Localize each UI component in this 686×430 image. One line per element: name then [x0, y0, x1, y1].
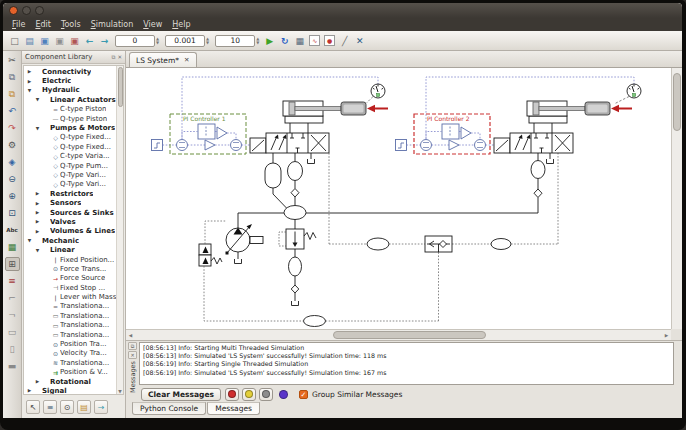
distribute-y-icon[interactable]: ▯ — [5, 342, 20, 356]
tree-signal[interactable]: ▶ Signal — [24, 386, 116, 394]
model-canvas[interactable]: PI Controller 1 PI Controller 2 ◀ ▶ — [126, 68, 682, 340]
simulate-icon[interactable]: ▶ — [262, 34, 277, 48]
menu-simulation[interactable]: Simulation — [86, 19, 139, 30]
tree-volumes-lines[interactable]: ▶ Volumes & Lines — [24, 227, 116, 236]
tree-scroll-thumb[interactable] — [118, 67, 123, 107]
component-box-icon[interactable]: ▬ — [5, 359, 20, 373]
tree-mechanic[interactable]: ▼ Mechanic — [24, 236, 116, 245]
tree-q-type-fixed-2[interactable]: ◇ Q-type Fixed... — [24, 142, 116, 151]
undo-icon[interactable]: ↶ — [5, 104, 20, 118]
mass-load-1[interactable] — [341, 102, 366, 115]
redo-icon[interactable]: ↷ — [5, 121, 20, 135]
tree-translational-1[interactable]: = Translationa... — [24, 302, 116, 311]
stop-time-field[interactable]: 10 ▲▼ — [215, 35, 259, 47]
error-filter-toggle[interactable] — [225, 388, 239, 401]
zoom-in-icon[interactable]: ⊕ — [5, 189, 20, 203]
mass-load-2[interactable] — [585, 102, 610, 115]
tree-linear-actuators[interactable]: ▼ Linear Actuators — [24, 95, 116, 104]
tree-expander-icon[interactable]: ▶ — [34, 210, 41, 215]
tree-force-trans[interactable]: ⊙ Force Trans... — [24, 264, 116, 273]
tree-expander-icon[interactable]: ▼ — [34, 126, 41, 131]
start-time-value[interactable]: 0 — [115, 35, 155, 47]
tree-expander-icon[interactable]: ▶ — [34, 219, 41, 224]
scroll-right-icon[interactable]: ▶ — [662, 330, 671, 340]
directional-valve-1[interactable] — [250, 133, 329, 153]
recent-models-icon[interactable]: ⊙ — [60, 400, 74, 414]
tree-pumps-motors[interactable]: ▼ Pumps & Motors — [24, 123, 116, 132]
open-model-icon[interactable]: ▤ — [22, 34, 37, 48]
tree-valves[interactable]: ▶ Valves — [24, 217, 116, 226]
tree-expander-icon[interactable]: ▼ — [34, 97, 41, 102]
tree-translational-3[interactable]: ▭ Translationa... — [24, 321, 116, 330]
tree-expander-icon[interactable]: ▶ — [34, 201, 41, 206]
tree-expander-icon[interactable]: ▼ — [34, 248, 41, 253]
animate-icon[interactable]: ▦ — [292, 34, 307, 48]
align-y-icon[interactable]: ¬ — [5, 308, 20, 322]
tree-q-type-pum[interactable]: ◇ Q-Type Pum... — [24, 161, 116, 170]
tree-fixed-position[interactable]: | Fixed Position... — [24, 255, 116, 264]
properties-icon[interactable]: ⚙ — [5, 138, 20, 152]
save-model-icon[interactable]: ▣ — [37, 34, 52, 48]
copy-icon[interactable]: ⧉ — [5, 70, 20, 84]
tree-restrictors[interactable]: ▶ Restrictors — [24, 189, 116, 198]
tree-expander-icon[interactable]: ▶ — [26, 79, 33, 84]
cylinder-1[interactable] — [283, 101, 341, 133]
tree-sensors[interactable]: ▶ Sensors — [24, 198, 116, 207]
shuttle-valve[interactable] — [425, 236, 452, 252]
script-wand-icon[interactable]: ╱ — [337, 34, 352, 48]
close-panel-icon[interactable]: ✕ — [128, 351, 137, 359]
stop-time-value[interactable]: 10 — [215, 35, 255, 47]
center-view-icon[interactable]: ◈ — [5, 155, 20, 169]
variable-pump[interactable] — [226, 213, 264, 264]
tree-translational-4[interactable]: ▭ Translationa... — [24, 330, 116, 339]
message-log[interactable]: [08:56:13] Info: Starting Multi Threaded… — [139, 342, 674, 385]
vertical-scroll-thumb[interactable] — [673, 73, 681, 131]
group-messages-checkbox[interactable]: ✓ — [299, 390, 308, 399]
check-valve-right-branch[interactable] — [531, 153, 545, 213]
load-sensing-wires[interactable] — [329, 153, 558, 250]
save-as-icon[interactable]: ▣ — [52, 34, 67, 48]
tree-q-type-fixed-1[interactable]: ◇ Q-type Fixed... — [24, 133, 116, 142]
step-source-2[interactable] — [396, 140, 421, 151]
menu-help[interactable]: Help — [167, 19, 195, 30]
tree-expander-icon[interactable]: ▼ — [26, 238, 33, 243]
canvas-horizontal-scrollbar[interactable]: ◀ ▶ — [126, 329, 671, 340]
tree-electric[interactable]: ▶ Electric — [24, 76, 116, 85]
resimulate-icon[interactable]: ↻ — [277, 34, 292, 48]
data-explorer-icon[interactable]: ● — [324, 35, 335, 46]
component-list-icon[interactable]: ≡ — [43, 400, 57, 414]
step-source-1[interactable] — [152, 140, 177, 151]
tree-q-type-vari-1[interactable]: ◇ Q-Type Vari... — [24, 170, 116, 179]
tab-close-icon[interactable]: ✕ — [184, 56, 189, 64]
debug-filter-toggle[interactable] — [279, 390, 288, 399]
grid-icon[interactable]: ▦ — [5, 240, 20, 254]
tree-velocity-tra[interactable]: ⊙ Velocity Tra... — [24, 349, 116, 358]
menu-tools[interactable]: Tools — [56, 19, 86, 30]
distribute-x-icon[interactable]: ▭ — [5, 325, 20, 339]
canvas-vertical-scrollbar[interactable] — [671, 68, 682, 329]
tank-valve1[interactable] — [308, 153, 315, 164]
tree-fixed-stop[interactable]: ⊣ Fixed Stop ... — [24, 283, 116, 292]
maximize-button[interactable] — [35, 6, 44, 15]
spinner-arrows-icon[interactable]: ▲▼ — [156, 37, 159, 44]
tree-rotational[interactable]: ▶ Rotational — [24, 377, 116, 386]
spinner-arrows-icon[interactable]: ▲▼ — [206, 37, 209, 44]
tree-expander-icon[interactable]: ▶ — [34, 191, 41, 196]
pointer-mode-icon[interactable]: ↖ — [26, 400, 40, 414]
plot-icon[interactable]: ∿ — [309, 35, 320, 46]
tree-translational-5[interactable]: ≋ Translationa... — [24, 358, 116, 367]
start-time-field[interactable]: 0 ▲▼ — [115, 35, 159, 47]
position-sensor-1[interactable] — [367, 84, 386, 103]
force-source-2[interactable] — [611, 105, 632, 112]
python-icon[interactable]: ✕ — [352, 34, 367, 48]
spinner-arrows-icon[interactable]: ▲▼ — [256, 37, 259, 44]
forward-icon[interactable]: → — [97, 34, 112, 48]
clear-messages-button[interactable]: Clear Messages — [141, 388, 221, 401]
tree-connectivity[interactable]: ▶ Connectivity — [24, 67, 116, 76]
tab-ls-system[interactable]: LS System* ✕ — [129, 52, 197, 67]
tree-linear[interactable]: ▼ Linear — [24, 245, 116, 254]
tree-q-type-vari-2[interactable]: ◇ Q-Type Vari... — [24, 180, 116, 189]
position-sensor-2[interactable] — [615, 84, 641, 104]
tab-messages[interactable]: Messages — [207, 402, 260, 415]
warning-filter-toggle[interactable] — [242, 388, 256, 401]
